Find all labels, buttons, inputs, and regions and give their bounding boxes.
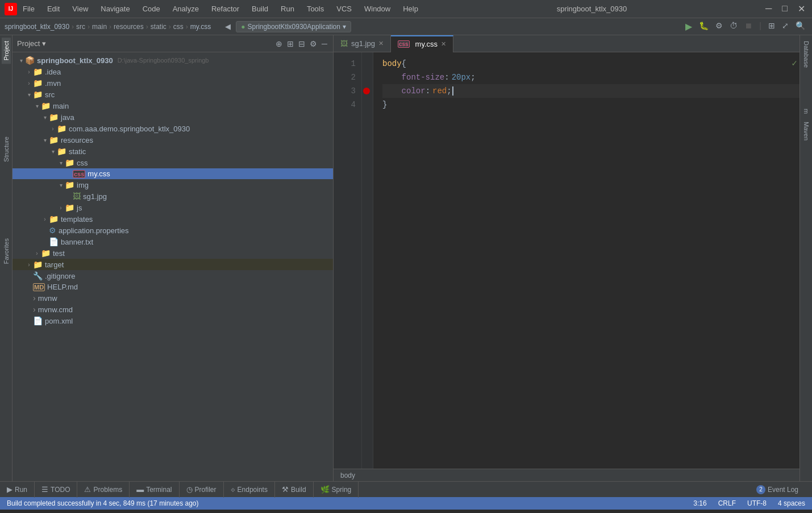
tree-resources[interactable]: ▾ 📁 resources xyxy=(13,134,333,146)
stop-button[interactable]: ⏹ xyxy=(742,20,755,33)
menu-view[interactable]: View xyxy=(70,3,90,14)
expand-all-button[interactable]: ⊞ xyxy=(286,38,295,49)
tree-sg1jpg[interactable]: 🖼 sg1.jpg xyxy=(13,191,333,202)
bottom-build[interactable]: ⚒ Build xyxy=(275,482,314,498)
bottom-event-log[interactable]: 2 Event Log xyxy=(749,482,805,498)
build-status-message: Build completed successfully in 4 sec, 8… xyxy=(7,499,199,507)
breadcrumb-resources[interactable]: resources xyxy=(114,23,144,31)
sidebar-item-maven-label[interactable]: Maven xyxy=(802,118,811,144)
tree-img-folder[interactable]: ▾ 📁 img xyxy=(13,179,333,191)
breadcrumb-project[interactable]: springboot_ktlx_0930 xyxy=(5,23,69,31)
build-label: Build xyxy=(291,486,306,494)
line-endings[interactable]: CRLF xyxy=(718,499,736,507)
tree-templates[interactable]: › 📁 templates xyxy=(13,213,333,225)
bottom-right: 2 Event Log xyxy=(749,482,812,498)
bottom-spring[interactable]: 🌿 Spring xyxy=(314,482,359,498)
menu-help[interactable]: Help xyxy=(401,3,420,14)
code-property-fontsize: font-size xyxy=(402,71,445,84)
code-selector: body xyxy=(382,57,402,71)
menu-run[interactable]: Run xyxy=(278,3,297,14)
breadcrumb-css[interactable]: css xyxy=(173,23,184,31)
menu-navigate[interactable]: Navigate xyxy=(98,3,132,14)
title-bar-left: IJ File Edit View Navigate Code Analyze … xyxy=(5,3,420,15)
indent-info[interactable]: 4 spaces xyxy=(778,499,805,507)
tree-banner[interactable]: 📄 banner.txt xyxy=(13,236,333,247)
collapse-all-button[interactable]: ⊟ xyxy=(297,38,306,49)
tree-src[interactable]: ▾ 📁 src xyxy=(13,89,333,100)
back-button[interactable]: ◀ xyxy=(222,21,234,32)
breadcrumb-mycss[interactable]: my.css xyxy=(190,23,211,31)
menu-tools[interactable]: Tools xyxy=(305,3,326,14)
breakpoint[interactable] xyxy=(363,88,370,94)
bottom-problems[interactable]: ⚠ Problems xyxy=(77,482,130,498)
tab-sg1jpg[interactable]: 🖼 sg1.jpg ✕ xyxy=(334,35,391,52)
settings-button[interactable]: ⚙ xyxy=(309,38,318,49)
breadcrumb-static[interactable]: static xyxy=(151,23,166,31)
minimize-button[interactable]: ─ xyxy=(763,3,774,14)
menu-file[interactable]: File xyxy=(20,3,37,14)
app-logo: IJ xyxy=(5,3,17,15)
sidebar-item-favorites[interactable]: Favorites xyxy=(2,235,11,267)
tab-mycss-close[interactable]: ✕ xyxy=(441,40,446,48)
bottom-run[interactable]: ▶ Run xyxy=(0,482,35,498)
bottom-profiler[interactable]: ◷ Profiler xyxy=(180,482,224,498)
tree-root[interactable]: ▾ 📦 springboot_ktlx_0930 D:\java-Springb… xyxy=(13,55,333,66)
tree-target[interactable]: › 📁 target xyxy=(13,259,333,270)
breadcrumb-main[interactable]: main xyxy=(92,23,107,31)
folder-icon: 📁 xyxy=(33,90,43,99)
tree-mvn[interactable]: › 📁 .mvn xyxy=(13,77,333,89)
expand-button[interactable]: ⤢ xyxy=(780,20,791,33)
menu-edit[interactable]: Edit xyxy=(45,3,62,14)
run-config-selector[interactable]: ● SpringbootKtlx0930Application ▾ xyxy=(236,21,351,32)
menu-build[interactable]: Build xyxy=(249,3,270,14)
tree-js-folder[interactable]: › 📁 js xyxy=(13,202,333,213)
tree-main[interactable]: ▾ 📁 main xyxy=(13,100,333,111)
tree-gitignore[interactable]: 🔧 .gitignore xyxy=(13,270,333,282)
debug-button[interactable]: 🐛 xyxy=(697,20,711,33)
profile-button[interactable]: ⏱ xyxy=(727,20,740,33)
tree-package[interactable]: › 📁 com.aaa.demo.springboot_ktlx_0930 xyxy=(13,123,333,134)
tree-pomxml[interactable]: 📄 pom.xml xyxy=(13,315,333,326)
layout-button[interactable]: ⊞ xyxy=(766,20,777,33)
breadcrumb-src[interactable]: src xyxy=(76,23,85,31)
sidebar-item-maven[interactable]: m xyxy=(802,105,811,117)
sidebar-item-project[interactable]: Project xyxy=(2,38,11,64)
tree-idea[interactable]: › 📁 .idea xyxy=(13,66,333,77)
run-button[interactable]: ▶ xyxy=(683,20,694,33)
hide-button[interactable]: ─ xyxy=(320,38,328,49)
code-editor[interactable]: ✓ body{ ···· font-size: 20px; ···· color… xyxy=(373,52,799,469)
tree-mvnw[interactable]: › mvnw xyxy=(13,292,333,304)
cursor-position[interactable]: 3:16 xyxy=(693,499,706,507)
tree-static[interactable]: ▾ 📁 static xyxy=(13,146,333,157)
code-line-2: ···· font-size: 20px; xyxy=(382,71,799,84)
tree-mvnwcmd[interactable]: › mvnw.cmd xyxy=(13,304,333,315)
bottom-todo[interactable]: ☰ TODO xyxy=(35,482,77,498)
tab-mycss[interactable]: css my.css ✕ xyxy=(391,35,453,52)
tree-app-props[interactable]: ⚙ application.properties xyxy=(13,225,333,236)
tree-java[interactable]: ▾ 📁 java xyxy=(13,111,333,123)
coverage-button[interactable]: ⚙ xyxy=(713,20,725,33)
tree-test[interactable]: › 📁 test xyxy=(13,247,333,259)
close-button[interactable]: ✕ xyxy=(796,3,807,14)
bottom-endpoints[interactable]: ⟐ Endpoints xyxy=(224,482,275,498)
maximize-button[interactable]: □ xyxy=(780,3,790,14)
tree-helpmd[interactable]: MD HELP.md xyxy=(13,282,333,292)
search-everywhere-button[interactable]: 🔍 xyxy=(793,20,807,33)
bottom-terminal[interactable]: ▬ Terminal xyxy=(130,482,179,498)
menu-vcs[interactable]: VCS xyxy=(334,3,354,14)
menu-code[interactable]: Code xyxy=(140,3,163,14)
tab-sg1jpg-close[interactable]: ✕ xyxy=(378,40,384,47)
tree-css-folder[interactable]: ▾ 📁 css xyxy=(13,157,333,168)
editor-area: 🖼 sg1.jpg ✕ css my.css ✕ 1 2 3 4 xyxy=(334,35,799,481)
menu-refactor[interactable]: Refactor xyxy=(209,3,241,14)
sidebar-item-database[interactable]: Database xyxy=(802,38,811,71)
menu-analyze[interactable]: Analyze xyxy=(170,3,201,14)
tab-mycss-label: my.css xyxy=(415,40,438,48)
locate-button[interactable]: ⊕ xyxy=(274,38,284,49)
file-encoding[interactable]: UTF-8 xyxy=(747,499,767,507)
menu-window[interactable]: Window xyxy=(362,3,393,14)
tree-mycss[interactable]: css my.css xyxy=(13,168,333,179)
run-icon: ▶ xyxy=(7,485,13,494)
editor-tabs: 🖼 sg1.jpg ✕ css my.css ✕ xyxy=(334,35,799,52)
sidebar-item-structure[interactable]: Structure xyxy=(2,133,11,166)
